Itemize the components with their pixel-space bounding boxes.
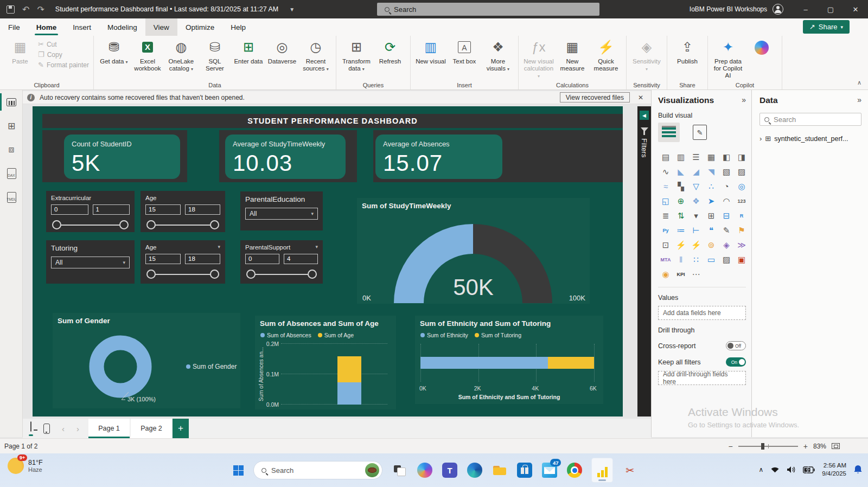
stacked-bar[interactable] [420,357,594,369]
slicer-dropdown[interactable]: All▾ [245,208,318,220]
custom-visual-icon[interactable]: ≫ [734,238,749,252]
zoom-in-button[interactable]: + [803,442,808,451]
avatar[interactable] [773,4,783,15]
model-view-icon[interactable]: ⧈ [0,138,23,162]
100-stacked-column-chart-icon[interactable]: ◨ [734,150,749,164]
save-icon[interactable] [7,5,15,14]
start-button[interactable] [233,465,244,476]
column-segment[interactable] [337,382,361,405]
taskbar-clock[interactable]: 2:56 AM 9/4/2025 [822,462,846,478]
stacked-column-chart-icon[interactable]: ▥ [673,150,688,164]
battery-icon[interactable] [803,466,815,473]
stacked-bar-chart-icon[interactable]: ▤ [658,150,673,164]
map-icon[interactable]: ⊕ [673,194,688,208]
legend-item[interactable]: Sum of Ethnicity [420,332,468,338]
100-stacked-bar-chart-icon[interactable]: ◧ [719,150,734,164]
excel-workbook-button[interactable]: XExcel workbook [132,38,163,77]
slicer-extracurricular[interactable]: Extracurricular01 [46,191,135,232]
previous-page-icon[interactable]: ‹ [62,424,65,433]
menu-home[interactable]: Home [28,18,65,36]
chevron-down-icon[interactable]: ▾ [315,244,318,251]
range-start-input[interactable]: 15 [145,204,181,215]
kpi-card-absences[interactable]: Average of Absences 15.07 [375,134,502,179]
custom-visual-icon[interactable]: ▣ [734,252,749,267]
report-canvas[interactable]: STUDENT PERFORMANCE DASHBOARD Count of S… [33,106,623,416]
prep-data-for-copilot-button[interactable]: ✦Prep data for Copilot AI [712,38,744,79]
tmdl-view-icon[interactable]: TMDL [0,185,23,209]
enter-data-button[interactable]: ⊞Enter data [233,38,264,77]
area-chart-icon[interactable]: ◣ [673,164,688,179]
dismiss-notification-icon[interactable]: ✕ [635,94,647,101]
keep-all-filters-toggle[interactable]: On [726,357,746,367]
slicer-parentalsupport[interactable]: ParentalSupport▾04 [240,240,323,284]
publish-button[interactable]: ⇪Publish [672,38,703,77]
line-chart-icon[interactable]: ∿ [658,164,673,179]
custom-visual-icon[interactable]: ‖ [673,252,688,267]
power-automate-icon[interactable]: ⚡ [688,238,704,252]
azure-map-icon[interactable]: ➤ [704,194,719,208]
account-name[interactable]: IoBM Power BI Workshops [690,5,767,13]
stacked-column-visual[interactable]: Sum of Absences and Sum of Age Sum of Ab… [255,316,396,409]
slider-handle[interactable] [146,220,156,229]
collapse-ribbon-icon[interactable]: ∧ [857,79,861,86]
menu-view[interactable]: View [145,18,177,36]
stacked-area-chart-icon[interactable]: ◢ [688,164,704,179]
paginated-report-icon[interactable]: ⊡ [658,238,673,252]
snipping-tool-icon[interactable]: ✂ [622,463,637,478]
dataverse-button[interactable]: ◎Dataverse [266,38,298,77]
power-apps-icon[interactable]: ⚡ [673,238,688,252]
legend-item[interactable]: Sum of Gender [186,363,237,370]
desktop-layout-button[interactable] [30,422,31,435]
slider-handle[interactable] [210,220,219,229]
fit-to-page-icon[interactable] [832,443,840,449]
new-measure-button[interactable]: ▦New measure [557,38,588,77]
microsoft-store-icon[interactable] [517,463,532,478]
quick-measure-button[interactable]: ⚡Quick measure [590,38,622,77]
wifi-icon[interactable] [770,466,780,473]
mail-icon[interactable]: 47 [542,463,557,478]
transform-data-button[interactable]: ⊞Transform data ▾ [341,38,372,77]
redo-icon[interactable]: ↷ [37,4,44,15]
slider-handle[interactable] [210,270,219,279]
range-end-input[interactable]: 4 [284,254,318,264]
kpi-card-studytime[interactable]: Average of StudyTimeWeekly 10.03 [225,134,346,179]
collapse-panel-icon[interactable]: » [857,95,861,105]
copilot-button[interactable] [746,38,777,77]
donut-visual[interactable]: Sum of Gender 3K (100%) Sum of Gender [53,313,240,408]
share-button[interactable]: ↗ Share ▾ [803,20,850,34]
funnel-chart-icon[interactable]: ▽ [688,179,704,194]
clustered-column-chart-icon[interactable]: ▦ [704,150,719,164]
range-slider[interactable] [145,219,220,231]
table-view-icon[interactable]: ⊞ [0,114,23,138]
range-slider[interactable] [245,268,318,280]
stacked-column[interactable] [337,356,361,405]
taskbar-search[interactable]: Search [253,461,382,479]
more-visuals-button[interactable]: ❖More visuals ▾ [482,38,514,77]
kpi-card-studentid[interactable]: Count of StudentID 5K [64,134,180,179]
mobile-layout-button[interactable] [43,424,50,434]
range-end-input[interactable]: 18 [185,254,220,264]
treemap-icon[interactable]: ◱ [658,194,673,208]
slider-handle[interactable] [146,270,156,279]
slider-handle[interactable] [119,220,129,229]
zoom-out-button[interactable]: − [729,442,733,451]
expand-pane-icon[interactable]: ◀ [640,111,649,120]
slider-handle[interactable] [308,270,317,279]
ribbon-chart-icon[interactable]: ≈ [658,179,673,194]
range-start-input[interactable]: 0 [51,204,88,215]
donut-slice[interactable] [97,343,144,390]
column-segment[interactable] [337,356,361,382]
bar-segment[interactable] [420,357,548,369]
arcgis-map-icon[interactable]: ⊚ [704,238,719,252]
expand-table-icon[interactable]: › [760,134,762,143]
file-explorer-icon[interactable] [492,463,507,478]
add-drill-through-fields-well[interactable]: Add drill-through fields here [658,371,746,385]
scatter-chart-icon[interactable]: ∴ [704,179,719,194]
slicer-icon[interactable]: ▾ [688,208,704,223]
page-tab-page-1[interactable]: Page 1 [88,419,130,438]
task-view-button[interactable] [392,463,407,478]
new-page-button[interactable]: + [173,419,189,438]
copilot-taskbar-icon[interactable] [417,463,432,478]
menu-help[interactable]: Help [222,18,254,36]
menu-file[interactable]: File [0,18,28,36]
